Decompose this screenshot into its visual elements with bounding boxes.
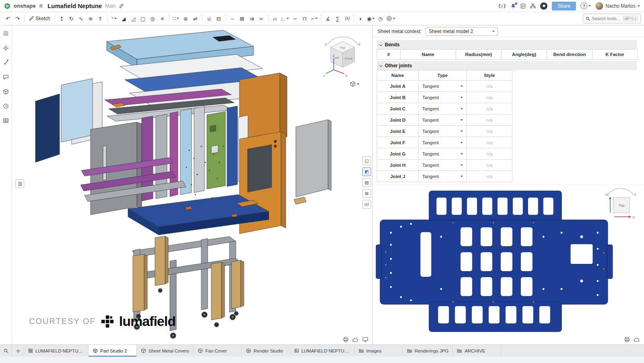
- gear-icon: [386, 16, 392, 21]
- move-face-button[interactable]: ⇉: [247, 14, 256, 24]
- tab-fan-cover[interactable]: Fan Cover: [194, 345, 242, 357]
- mass-properties-button[interactable]: ∑: [333, 14, 342, 24]
- sheet-metal-context-select[interactable]: Sheet metal model 2: [425, 27, 498, 36]
- flat-pattern-viewport[interactable]: Top Y X: [373, 184, 644, 344]
- chamfer-button[interactable]: ◢: [119, 14, 128, 24]
- feature-list-flyout-button[interactable]: [15, 179, 24, 188]
- tasks-icon[interactable]: [520, 3, 526, 9]
- share-button[interactable]: Share: [552, 2, 576, 10]
- featurescript-icon[interactable]: {;}: [498, 3, 506, 8]
- transform-button[interactable]: ⇔: [228, 14, 237, 24]
- history-icon[interactable]: [2, 102, 10, 110]
- search-tabs-button[interactable]: [0, 345, 12, 357]
- joint-type-select[interactable]: Tangent: [419, 160, 466, 170]
- joint-type-select[interactable]: Tangent: [419, 103, 466, 114]
- view-cube-3d[interactable]: Top Left Front Z Y X: [322, 32, 363, 80]
- display-options-button[interactable]: ◷: [376, 14, 385, 24]
- cloud-status-icon[interactable]: [352, 337, 359, 342]
- cloud-status-icon[interactable]: [634, 337, 640, 342]
- table-toggle-button[interactable]: ⊞: [362, 189, 371, 198]
- joint-type-select[interactable]: Tangent: [419, 137, 466, 148]
- linear-pattern-button[interactable]: ∷: [171, 14, 181, 24]
- add-tab-button[interactable]: [12, 345, 24, 357]
- model-viewport[interactable]: COURTESY OF lumafield Top Left Front Z Y…: [12, 25, 372, 344]
- redo-button[interactable]: ↷: [13, 14, 22, 24]
- mirror-button[interactable]: ⇌: [191, 14, 200, 24]
- flat-pattern-toggle-button[interactable]: ◱: [362, 156, 371, 165]
- thicken-button[interactable]: ⇑: [96, 14, 105, 24]
- extrude-button[interactable]: ↥: [57, 14, 66, 24]
- variables-toggle-button[interactable]: (x): [362, 200, 371, 209]
- split-button[interactable]: ⊟: [214, 14, 223, 24]
- tab-feature-button[interactable]: ⊓: [300, 14, 309, 24]
- feature-list-icon[interactable]: [2, 29, 10, 37]
- custom-features-icon[interactable]: [2, 87, 10, 95]
- appearance-button[interactable]: ◐: [356, 14, 365, 24]
- view-options-button[interactable]: [350, 81, 359, 87]
- variables-button[interactable]: (x): [343, 14, 352, 24]
- search-icon: [586, 17, 590, 21]
- joint-type-select[interactable]: Tangent: [419, 81, 466, 91]
- search-tools-box[interactable]: alt/⌥ c: [583, 14, 641, 23]
- joint-type-select[interactable]: Tangent: [419, 148, 466, 159]
- link-icon[interactable]: [119, 3, 124, 8]
- joints-col-header: Type: [419, 70, 467, 81]
- tab-sheet-metal-covers[interactable]: Sheet Metal Covers: [137, 345, 194, 357]
- loft-button[interactable]: ≋: [86, 14, 95, 24]
- tab-images-folder[interactable]: Images: [355, 345, 403, 357]
- delete-part-button[interactable]: ⊠: [237, 14, 247, 24]
- view-cube-flat[interactable]: Top Y X: [604, 188, 638, 222]
- settings-button[interactable]: [386, 14, 396, 24]
- joint-type-select[interactable]: Tangent: [419, 171, 466, 182]
- print-icon[interactable]: [624, 337, 630, 342]
- tab-renderings-jpg-folder[interactable]: Renderings JPG: [403, 345, 453, 357]
- print-icon[interactable]: [343, 337, 349, 342]
- display-icon[interactable]: [362, 337, 368, 342]
- appearance-brush-icon[interactable]: [2, 58, 10, 66]
- sheet-metal-model-button[interactable]: ▱: [270, 14, 280, 24]
- sheet-metal-view-toggle-button[interactable]: ◩: [362, 167, 371, 176]
- other-joints-section-header[interactable]: Other joints: [377, 61, 637, 70]
- workspace-label[interactable]: Main: [105, 3, 116, 9]
- tab-part-studio-2[interactable]: Part Studio 2: [89, 345, 137, 357]
- learning-center-icon[interactable]: [540, 2, 547, 10]
- onshape-logo[interactable]: [4, 3, 10, 9]
- flat-pattern-canvas[interactable]: [373, 185, 644, 344]
- bends-section-header[interactable]: Bends: [377, 40, 637, 49]
- sketch-button[interactable]: Sketch: [27, 14, 53, 24]
- joint-type-select[interactable]: Tangent: [419, 92, 466, 103]
- undo-button[interactable]: ↶: [3, 14, 12, 24]
- notifications-bell-icon[interactable]: [510, 3, 516, 9]
- help-menu[interactable]: ?: [580, 2, 591, 9]
- rib-button[interactable]: ≡: [158, 14, 167, 24]
- corner-button[interactable]: ⌐: [310, 14, 319, 24]
- joint-type-select[interactable]: Tangent: [419, 126, 466, 137]
- search-tools-input[interactable]: [592, 16, 621, 21]
- tables-icon[interactable]: [2, 116, 10, 124]
- fillet-button[interactable]: ◝: [109, 14, 119, 24]
- org-share-icon[interactable]: [530, 3, 536, 8]
- sweep-button[interactable]: ∿: [76, 14, 86, 24]
- offset-surface-button[interactable]: ≍: [257, 14, 266, 24]
- joint-type-select[interactable]: Tangent: [419, 114, 466, 125]
- hem-button[interactable]: ∽: [290, 14, 299, 24]
- comments-icon[interactable]: [2, 73, 10, 81]
- drawing-toggle-button[interactable]: ▤: [362, 178, 371, 187]
- hole-button[interactable]: ◎: [148, 14, 157, 24]
- circular-pattern-button[interactable]: ⊛: [181, 14, 190, 24]
- tab-render-studio[interactable]: Render Studio: [242, 345, 290, 357]
- shell-button[interactable]: ▢: [138, 14, 148, 24]
- draft-button[interactable]: ◿: [129, 14, 138, 24]
- measure-button[interactable]: ∡: [323, 14, 332, 24]
- tab-lumafield-neptune-image[interactable]: LUMAFIELD NEPTUNE ...: [290, 345, 355, 357]
- tab-archive-folder[interactable]: ARCHIVE: [453, 345, 501, 357]
- flange-button[interactable]: ∟: [280, 14, 290, 24]
- named-views-button[interactable]: ◉: [366, 14, 375, 24]
- revolve-button[interactable]: ↻: [67, 14, 76, 24]
- boolean-button[interactable]: ∪: [204, 14, 214, 24]
- user-menu[interactable]: Nacho Martos: [595, 2, 640, 10]
- navigation-icon[interactable]: [2, 44, 10, 52]
- exploded-model-canvas[interactable]: [12, 25, 372, 344]
- tab-assembly[interactable]: LUMAFIELD NEPTUNE ...: [24, 345, 89, 357]
- main-menu-icon[interactable]: ≡: [39, 2, 43, 10]
